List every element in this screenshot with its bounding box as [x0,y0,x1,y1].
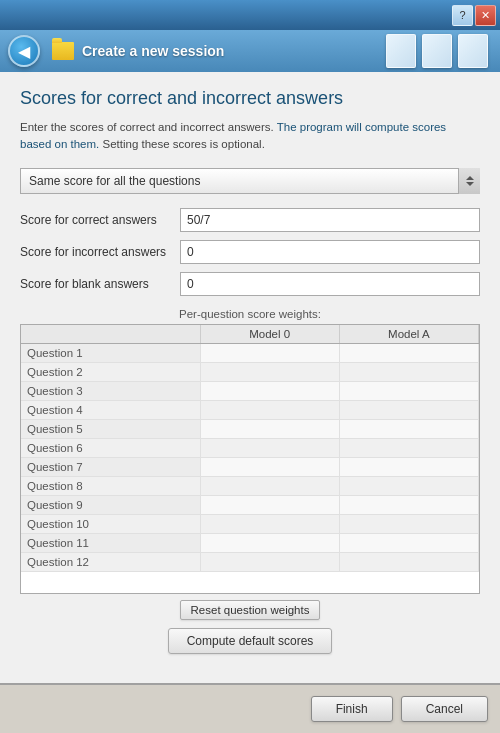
table-row: Question 8 [21,476,479,495]
question-label: Question 4 [21,400,200,419]
model0-cell[interactable] [200,457,339,476]
correct-answers-row: Score for correct answers [20,208,480,232]
nav-thumb-1 [386,34,416,68]
nav-thumbnails [386,34,488,68]
modela-cell[interactable] [339,343,478,362]
main-content: Scores for correct and incorrect answers… [0,72,500,683]
modela-cell[interactable] [339,514,478,533]
description-plain: Enter the scores of correct and incorrec… [20,121,277,133]
model0-cell[interactable] [200,552,339,571]
nav-thumb-3 [458,34,488,68]
modela-cell[interactable] [339,400,478,419]
model0-cell[interactable] [200,533,339,552]
modela-cell[interactable] [339,362,478,381]
model0-cell[interactable] [200,400,339,419]
table-row: Question 2 [21,362,479,381]
question-label: Question 5 [21,419,200,438]
help-button[interactable]: ? [452,5,473,26]
modela-cell[interactable] [339,419,478,438]
table-wrapper: Model 0 Model A Question 1 Question 2 Qu… [20,324,480,594]
back-button[interactable]: ◀ [8,35,40,67]
nav-title: Create a new session [82,43,224,59]
modela-cell[interactable] [339,438,478,457]
modela-cell[interactable] [339,495,478,514]
model0-cell[interactable] [200,343,339,362]
model0-cell[interactable] [200,419,339,438]
table-scroll[interactable]: Model 0 Model A Question 1 Question 2 Qu… [21,325,479,593]
title-bar: ? ✕ [0,0,500,30]
page-title: Scores for correct and incorrect answers [20,88,480,109]
correct-label: Score for correct answers [20,213,180,227]
reset-weights-button[interactable]: Reset question weights [180,600,321,620]
modela-cell[interactable] [339,381,478,400]
question-label: Question 8 [21,476,200,495]
table-row: Question 12 [21,552,479,571]
modela-cell[interactable] [339,533,478,552]
nav-thumb-2 [422,34,452,68]
modela-cell[interactable] [339,552,478,571]
close-button[interactable]: ✕ [475,5,496,26]
question-label: Question 7 [21,457,200,476]
table-row: Question 4 [21,400,479,419]
col-header-model0: Model 0 [200,325,339,344]
page-description: Enter the scores of correct and incorrec… [20,119,480,154]
title-bar-buttons: ? ✕ [452,5,496,26]
model0-cell[interactable] [200,438,339,457]
model0-cell[interactable] [200,514,339,533]
cancel-button[interactable]: Cancel [401,696,488,722]
question-weights-table: Model 0 Model A Question 1 Question 2 Qu… [21,325,479,572]
table-row: Question 10 [21,514,479,533]
finish-button[interactable]: Finish [311,696,393,722]
incorrect-answers-row: Score for incorrect answers [20,240,480,264]
model0-cell[interactable] [200,362,339,381]
model0-cell[interactable] [200,381,339,400]
blank-input[interactable] [180,272,480,296]
table-row: Question 7 [21,457,479,476]
table-section: Per-question score weights: Model 0 Mode… [20,308,480,654]
description-end: Setting these scores is optional. [99,138,265,150]
incorrect-label: Score for incorrect answers [20,245,180,259]
bottom-bar: Finish Cancel [0,683,500,733]
table-section-label: Per-question score weights: [20,308,480,320]
table-row: Question 3 [21,381,479,400]
col-header-modela: Model A [339,325,478,344]
table-row: Question 6 [21,438,479,457]
nav-bar: ◀ Create a new session [0,30,500,72]
question-label: Question 2 [21,362,200,381]
score-mode-dropdown[interactable]: Same score for all the questions Differe… [20,168,480,194]
blank-answers-row: Score for blank answers [20,272,480,296]
reset-btn-row: Reset question weights [20,600,480,620]
table-row: Question 5 [21,419,479,438]
compute-scores-button[interactable]: Compute default scores [168,628,333,654]
dropdown-container: Same score for all the questions Differe… [20,168,480,194]
question-label: Question 6 [21,438,200,457]
blank-label: Score for blank answers [20,277,180,291]
folder-icon [52,42,74,60]
question-label: Question 11 [21,533,200,552]
model0-cell[interactable] [200,495,339,514]
table-row: Question 11 [21,533,479,552]
question-label: Question 1 [21,343,200,362]
question-label: Question 9 [21,495,200,514]
table-row: Question 1 [21,343,479,362]
model0-cell[interactable] [200,476,339,495]
modela-cell[interactable] [339,457,478,476]
correct-input[interactable] [180,208,480,232]
incorrect-input[interactable] [180,240,480,264]
compute-btn-row: Compute default scores [20,620,480,654]
question-label: Question 3 [21,381,200,400]
question-label: Question 12 [21,552,200,571]
modela-cell[interactable] [339,476,478,495]
table-row: Question 9 [21,495,479,514]
col-header-name [21,325,200,344]
question-label: Question 10 [21,514,200,533]
dropdown-wrapper: Same score for all the questions Differe… [20,168,480,194]
